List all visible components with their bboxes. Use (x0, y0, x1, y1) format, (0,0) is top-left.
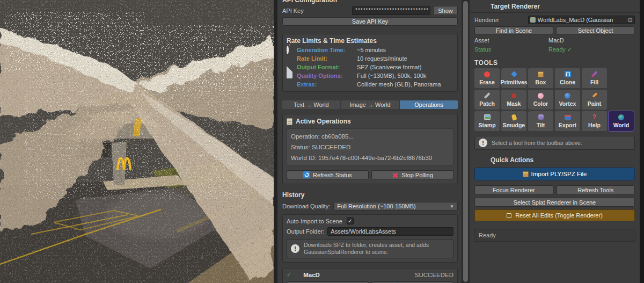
tool-mask[interactable]: Mask (501, 90, 526, 110)
clone-icon (565, 71, 571, 77)
wrench-icon (484, 92, 491, 99)
download-quality-value: Full Resolution (~100-150MB) (337, 203, 415, 209)
tool-label: Smudge (503, 122, 525, 128)
scene-viewport[interactable] (0, 0, 274, 283)
refresh-status-button[interactable]: Refresh Status (287, 170, 369, 179)
finger-icon (512, 114, 516, 120)
history-entry: ✓ MacD SUCCEEDED Import (FullRes) Collid… (282, 268, 458, 283)
tool-primitives[interactable]: Primitives (501, 68, 526, 88)
worldlabs-plugin-window: API Configuration API Key **************… (0, 0, 644, 283)
tool-paint[interactable]: Paint (582, 90, 607, 110)
tab-operations[interactable]: Operations (400, 100, 458, 109)
select-splat-renderer-button[interactable]: Select Splat Renderer in Scene (474, 198, 635, 207)
mode-tab-bar: Text → World Image → World Operations (282, 100, 458, 109)
import-ply-spz-button[interactable]: Import PLY/SPZ File (474, 168, 635, 180)
download-quality-dropdown[interactable]: Full Resolution (~100-150MB) ▼ (333, 202, 458, 211)
tool-patch[interactable]: Patch (474, 90, 500, 110)
reset-all-edits-label: Reset All Edits (Toggle Renderer) (515, 212, 603, 219)
check-icon: ✓ (287, 271, 291, 278)
tool-label: Help (588, 122, 601, 128)
checkbox-icon (507, 213, 511, 218)
rate-limits-section: Rate Limits & Time Estimates Generation … (282, 34, 458, 92)
import-note: ! Downloads SPZ to folder, creates asset… (287, 239, 453, 258)
tool-label: Paint (588, 100, 602, 107)
tool-label: Patch (479, 100, 495, 107)
tool-label: Mask (507, 100, 521, 107)
rate-row: Output Format: SPZ (Scaniverse format) (287, 63, 453, 70)
vertical-scrollbar[interactable] (462, 0, 470, 283)
tool-label: Primitives (500, 79, 527, 85)
output-folder-input[interactable]: Assets/WorldLabsAssets (327, 227, 453, 236)
pencil-icon (591, 92, 598, 99)
active-operations-section: Active Operations Operation: cb60a085...… (282, 114, 458, 184)
vortex-icon (565, 92, 570, 99)
worldlabs-inspector-panel: API Configuration API Key **************… (277, 0, 462, 283)
tool-label: Erase (479, 79, 495, 85)
import-settings-section: Auto-Import to Scene ✓ Output Folder: As… (282, 214, 458, 263)
stopwatch-icon (287, 46, 294, 53)
tab-image-to-world[interactable]: Image → World (341, 100, 399, 109)
history-title: History (282, 191, 458, 199)
tool-fill[interactable]: Fill (582, 68, 607, 88)
refresh-tools-button[interactable]: Refresh Tools (557, 185, 635, 195)
api-key-label: API Key (282, 8, 349, 14)
reset-all-edits-button[interactable]: Reset All Edits (Toggle Renderer) (474, 209, 635, 221)
history-entry-name: MacD (303, 272, 320, 278)
rate-row-label: Generation Time: (297, 47, 357, 53)
save-api-key-button[interactable]: Save API Key (282, 17, 458, 26)
primitives-icon (512, 71, 516, 77)
question-icon: ? (592, 114, 596, 120)
tool-world[interactable]: World (609, 111, 634, 131)
status-row: Status Ready ✓ (474, 46, 635, 53)
blue-diamond-icon (287, 81, 294, 88)
world-id-line: World ID: 1957e478-c00f-449e-ba72-6b2cf8… (291, 153, 449, 163)
tool-export[interactable]: Export (555, 111, 580, 131)
renderer-object-field[interactable]: WorldLabs_MacD (Gaussian ⊙ (528, 16, 635, 24)
tool-label: Color (533, 100, 548, 107)
tool-stamp[interactable]: Stamp (474, 111, 500, 131)
refresh-icon (303, 171, 310, 178)
bar-chart-icon (287, 55, 294, 62)
mask-icon (511, 92, 517, 99)
tool-label: World (613, 122, 630, 128)
api-key-input[interactable]: **************************** (352, 6, 430, 15)
tool-vortex[interactable]: Vortex (555, 90, 580, 110)
package-icon (523, 171, 529, 177)
tool-help[interactable]: ?Help (582, 111, 607, 131)
history-entry-status: SUCCEEDED (415, 272, 453, 278)
active-operations-title: Active Operations (296, 118, 351, 125)
globe-icon (618, 114, 624, 120)
tool-color[interactable]: Color (528, 90, 553, 110)
gaussian-splat-scene (0, 0, 274, 283)
show-api-key-button[interactable]: Show (433, 6, 458, 15)
object-picker-icon[interactable]: ⊙ (627, 16, 633, 24)
tool-tilt[interactable]: Tilt (528, 111, 553, 131)
tool-label: Stamp (478, 122, 495, 128)
download-quality-label: Download Quality: (282, 203, 330, 209)
stop-polling-label: Stop Polling (401, 172, 433, 178)
tool-label: Clone (560, 79, 575, 85)
tool-label: Tilt (537, 122, 545, 128)
tool-box[interactable]: Box (528, 68, 553, 88)
find-in-scene-button[interactable]: Find in Scene (474, 26, 553, 34)
rate-row: Generation Time: ~5 minutes (287, 46, 453, 53)
tool-smudge[interactable]: Smudge (501, 111, 526, 131)
focus-renderer-button[interactable]: Focus Renderer (474, 185, 553, 195)
tab-text-to-world[interactable]: Text → World (282, 100, 340, 109)
tilt-icon (538, 114, 544, 120)
chevron-down-icon: ▼ (450, 204, 454, 209)
tool-erase[interactable]: Erase (474, 68, 500, 88)
tool-hint-text: Select a tool from the toolbar above. (492, 140, 582, 147)
tool-label: Export (559, 122, 576, 128)
tool-row: Stamp Smudge Tilt Export ?Help World (474, 111, 635, 131)
tool-label: Fill (590, 79, 598, 85)
rate-row-value: ~5 minutes (357, 47, 386, 53)
select-object-button[interactable]: Select Object (556, 26, 635, 34)
renderer-label: Renderer (474, 17, 499, 23)
scrollbar-thumb[interactable] (463, 1, 468, 282)
auto-import-checkbox[interactable]: ✓ (347, 217, 354, 224)
tool-clone[interactable]: Clone (555, 68, 580, 88)
output-folder-label: Output Folder: (287, 228, 324, 235)
operation-id-line: Operation: cb60a085... (291, 131, 449, 142)
stop-polling-button[interactable]: Stop Polling (371, 170, 453, 179)
